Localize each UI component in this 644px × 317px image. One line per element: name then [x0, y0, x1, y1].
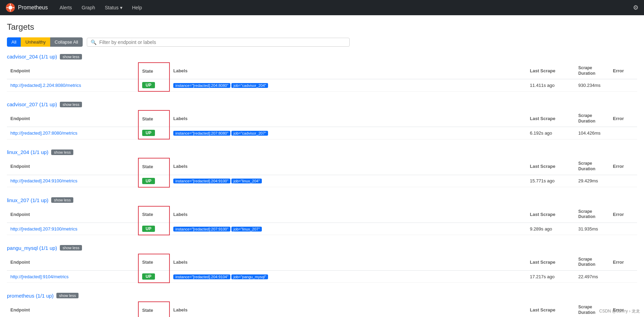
- nav-help[interactable]: Help: [129, 2, 146, 13]
- endpoint-link[interactable]: http://[redacted]:9104/metrics: [10, 274, 68, 279]
- table-wrapper-pangu_mysql: EndpointStateLabelsLast ScrapeScrapeDura…: [7, 254, 637, 283]
- th-state: State: [138, 158, 169, 175]
- section-header-prometheus: prometheus (1/1 up)show less: [7, 293, 637, 299]
- section-header-linux_207: linux_207 (1/1 up)show less: [7, 197, 637, 203]
- state-cell: UP: [138, 175, 169, 187]
- endpoint-cell: http://[redacted]:9104/metrics: [7, 270, 138, 283]
- th-labels: Labels: [169, 206, 526, 223]
- th-scrape-duration: ScrapeDuration: [575, 206, 609, 223]
- search-input[interactable]: [99, 39, 346, 45]
- endpoint-link[interactable]: http://[redacted].207:9100/metrics: [10, 226, 77, 232]
- nav-status-dropdown[interactable]: Status ▾: [101, 2, 126, 13]
- state-badge: UP: [142, 130, 155, 136]
- brand-logo-link[interactable]: Prometheus: [6, 3, 48, 12]
- nav-alerts[interactable]: Alerts: [56, 2, 75, 13]
- th-last-scrape: Last Scrape: [526, 63, 575, 79]
- all-button[interactable]: All: [7, 37, 21, 47]
- th-scrape-duration: ScrapeDuration: [575, 158, 609, 175]
- state-cell: UP: [138, 223, 169, 235]
- state-badge: UP: [142, 178, 155, 184]
- nav-status-label: Status: [105, 5, 119, 10]
- prometheus-logo-icon: [6, 3, 15, 12]
- section-title-prometheus[interactable]: prometheus (1/1 up): [7, 293, 54, 299]
- show-less-button-linux_207[interactable]: show less: [51, 197, 73, 203]
- svg-point-1: [8, 6, 12, 9]
- table-row: http://[redacted].207:9100/metricsUPinst…: [7, 223, 637, 235]
- scrape-duration-cell: 29.429ms: [575, 175, 609, 187]
- section-header-linux_204: linux_204 (1/1 up)show less: [7, 149, 637, 155]
- filter-button-group: All Unhealthy Collapse All: [7, 37, 83, 47]
- labels-cell: instance="[redacted]:204:8080"job="cadvi…: [169, 79, 526, 92]
- endpoint-link[interactable]: http://[redacted].207:8080/metrics: [10, 130, 77, 136]
- th-error: Error: [609, 158, 637, 175]
- scrape-duration-cell: 930.234ms: [575, 79, 609, 92]
- show-less-button-prometheus[interactable]: show less: [56, 293, 79, 298]
- scrape-duration-cell: 31.935ms: [575, 223, 609, 235]
- last-scrape-cell: 11.411s ago: [526, 79, 575, 92]
- label-tag: job="pangu_mysql": [231, 274, 268, 279]
- th-error: Error: [609, 206, 637, 223]
- state-badge: UP: [142, 226, 155, 232]
- label-tag: job="cadvisor_204": [231, 83, 268, 88]
- section-title-cadvisor_204[interactable]: cadvisor_204 (1/1 up): [7, 54, 57, 60]
- table-row: http://[redacted].2.204:8080/metricsUPin…: [7, 79, 637, 92]
- th-last-scrape: Last Scrape: [526, 254, 575, 271]
- section-title-cadvisor_207[interactable]: cadvisor_207 (1/1 up): [7, 101, 57, 107]
- th-state: State: [138, 254, 169, 271]
- table-row: http://[redacted]:9104/metricsUPinstance…: [7, 270, 637, 283]
- endpoint-link[interactable]: http://[redacted].2.204:8080/metrics: [10, 83, 81, 88]
- navbar-right: ⚙: [633, 4, 638, 11]
- page-content: Targets All Unhealthy Collapse All 🔍 cad…: [0, 15, 644, 317]
- show-less-button-cadvisor_207[interactable]: show less: [60, 102, 82, 107]
- table-wrapper-linux_207: EndpointStateLabelsLast ScrapeScrapeDura…: [7, 206, 637, 235]
- endpoint-link[interactable]: http://[redacted].204:9100/metrics: [10, 178, 77, 183]
- label-tag: instance="[redacted].204:9104": [173, 274, 230, 279]
- table-wrapper-cadvisor_204: EndpointStateLabelsLast ScrapeScrapeDura…: [7, 62, 637, 92]
- svg-rect-5: [13, 7, 15, 8]
- state-cell: UP: [138, 79, 169, 92]
- collapse-all-button[interactable]: Collapse All: [50, 37, 83, 47]
- section-title-linux_207[interactable]: linux_207 (1/1 up): [7, 197, 48, 203]
- section-title-pangu_mysql[interactable]: pangu_mysql (1/1 up): [7, 245, 57, 251]
- state-badge: UP: [142, 82, 155, 88]
- table-wrapper-linux_204: EndpointStateLabelsLast ScrapeScrapeDura…: [7, 158, 637, 187]
- brand-text: Prometheus: [18, 4, 48, 11]
- section-pangu_mysql: pangu_mysql (1/1 up)show lessEndpointSta…: [7, 245, 637, 283]
- th-scrape-duration: ScrapeDuration: [575, 254, 609, 271]
- label-tag: job="linux_204": [231, 179, 262, 183]
- last-scrape-cell: 17.217s ago: [526, 270, 575, 283]
- error-cell: [609, 223, 637, 235]
- search-icon: 🔍: [91, 39, 96, 45]
- last-scrape-cell: 6.192s ago: [526, 127, 575, 139]
- error-cell: [609, 79, 637, 92]
- target-table-cadvisor_204: EndpointStateLabelsLast ScrapeScrapeDura…: [7, 62, 637, 92]
- labels-cell: instance="[redacted].204:9104"job="pangu…: [169, 270, 526, 283]
- labels-cell: instance="[redacted]:207:9100"job="linux…: [169, 223, 526, 235]
- last-scrape-cell: 9.289s ago: [526, 223, 575, 235]
- table-row: http://[redacted].204:9100/metricsUPinst…: [7, 175, 637, 187]
- sections-container: cadvisor_204 (1/1 up)show lessEndpointSt…: [7, 54, 637, 317]
- show-less-button-pangu_mysql[interactable]: show less: [60, 245, 82, 251]
- svg-rect-4: [7, 7, 8, 8]
- unhealthy-button[interactable]: Unhealthy: [21, 37, 50, 47]
- th-state: State: [138, 110, 169, 127]
- th-error: Error: [609, 254, 637, 271]
- th-last-scrape: Last Scrape: [526, 302, 575, 317]
- section-linux_204: linux_204 (1/1 up)show lessEndpointState…: [7, 149, 637, 187]
- state-cell: UP: [138, 127, 169, 139]
- section-cadvisor_207: cadvisor_207 (1/1 up)show lessEndpointSt…: [7, 101, 637, 139]
- target-table-linux_207: EndpointStateLabelsLast ScrapeScrapeDura…: [7, 206, 637, 235]
- th-endpoint: Endpoint: [7, 254, 138, 271]
- th-labels: Labels: [169, 63, 526, 79]
- section-header-cadvisor_204: cadvisor_204 (1/1 up)show less: [7, 54, 637, 60]
- th-state: State: [138, 206, 169, 223]
- show-less-button-linux_204[interactable]: show less: [51, 150, 73, 155]
- label-tag: instance="[redacted]:207:8080": [173, 131, 230, 136]
- settings-icon[interactable]: ⚙: [633, 4, 638, 11]
- label-tag: instance="[redacted]:204:8080": [173, 83, 230, 88]
- nav-graph[interactable]: Graph: [78, 2, 99, 13]
- endpoint-cell: http://[redacted].207:9100/metrics: [7, 223, 138, 235]
- show-less-button-cadvisor_204[interactable]: show less: [60, 54, 82, 60]
- section-title-linux_204[interactable]: linux_204 (1/1 up): [7, 149, 48, 155]
- state-cell: UP: [138, 270, 169, 283]
